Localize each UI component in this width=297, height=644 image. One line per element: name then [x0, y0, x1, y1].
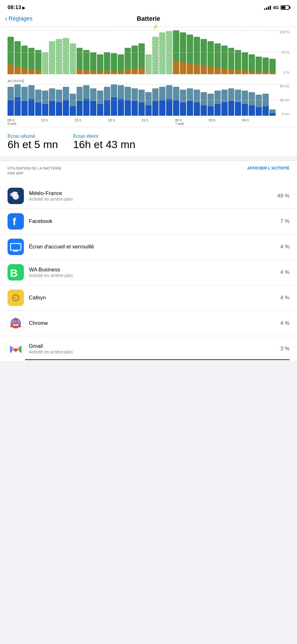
activity-bar-outer [269, 109, 276, 116]
app-list-item[interactable]: Chrome4 % [0, 311, 297, 336]
battery-bar-orange [132, 69, 138, 74]
activity-bar [145, 84, 152, 116]
tick-21h: 21 h [142, 118, 175, 125]
activity-bar-outer [42, 91, 48, 116]
battery-bar [49, 30, 55, 74]
tick-12h: 12 h [41, 118, 75, 125]
activity-bar-outer [180, 90, 186, 116]
activity-bar-outer [77, 87, 83, 116]
signal-bars [264, 5, 271, 10]
activity-bar-inner [49, 101, 55, 116]
battery-bar-green [97, 54, 103, 74]
activity-bar-inner [70, 106, 76, 116]
battery-bar [166, 30, 172, 74]
battery-bar [104, 30, 110, 74]
app-list-item[interactable]: BWA BusinessActivité en arrière-plan4 % [0, 260, 297, 285]
svg-rect-9 [11, 244, 20, 250]
battery-bar [194, 30, 200, 74]
activity-bar-outer [118, 85, 124, 116]
app-info: Cafeyn [29, 295, 280, 301]
activity-bar [214, 84, 221, 116]
battery-bar-green [14, 41, 21, 74]
activity-bar-inner [56, 102, 62, 116]
activity-bar [83, 84, 89, 116]
battery-bar-green [104, 52, 110, 74]
activity-bar [35, 84, 41, 116]
battery-bar-green [221, 46, 228, 74]
app-list-item[interactable]: Météo-FranceActivité en arrière-plan49 % [0, 183, 297, 209]
activity-bar-outer [201, 92, 207, 116]
tick-15h: 15 h [75, 118, 108, 125]
activity-bar [70, 84, 76, 116]
battery-bar [21, 30, 28, 74]
battery-bar [83, 30, 89, 74]
activity-bar-inner [152, 101, 159, 116]
tick-00h: 00 h 7 août [175, 118, 209, 125]
activity-bar-inner [138, 103, 145, 116]
screen-off-value: 16h et 43 mn [73, 139, 135, 150]
battery-bar-orange [221, 69, 228, 74]
app-list-item[interactable]: Écran d'accueil et verrouillé4 % [0, 234, 297, 260]
activity-bar-inner [35, 103, 41, 116]
charging-bolt-icon: ⚡ [152, 24, 159, 30]
activity-bar-outer [104, 87, 110, 116]
app-info: Facebook [29, 218, 280, 225]
back-label: Réglages [8, 15, 32, 22]
usage-header: UTILISATION DE LA BATTERIEPAR APP AFFICH… [8, 166, 289, 176]
battery-bar-orange [14, 67, 21, 74]
activity-bar-outer [83, 85, 89, 116]
battery-bar-orange [111, 71, 117, 74]
battery-bar [214, 30, 221, 74]
app-list-item[interactable]: GmailActivité en arrière-plan3 % [0, 336, 297, 362]
battery-bar-orange [83, 70, 89, 74]
battery-bar-green [90, 52, 96, 74]
app-icon-chrome [8, 315, 24, 331]
battery-bar [56, 30, 62, 74]
activity-bar [77, 84, 83, 116]
app-percentage: 4 % [280, 269, 289, 275]
battery-bar-green [194, 37, 200, 74]
activity-bar-outer [145, 92, 152, 116]
activity-bar-inner [235, 102, 241, 116]
activity-bar-outer [63, 87, 69, 116]
battery-bar-orange [249, 71, 255, 74]
battery-bar-orange [262, 72, 269, 74]
activity-bar-outer [111, 84, 117, 116]
app-list-item[interactable]: fFacebook7 % [0, 209, 297, 234]
battery-bar-green [83, 50, 89, 74]
activity-bar [235, 84, 241, 116]
activity-y-30: 30 mn [277, 98, 289, 102]
activity-bar-outer [159, 87, 165, 116]
battery-bar-green [125, 48, 131, 74]
activity-bar [194, 84, 200, 116]
status-icons: 4G [264, 5, 289, 10]
app-info: GmailActivité en arrière-plan [29, 343, 280, 354]
battery-bar-green [152, 37, 159, 74]
battery-bar-orange [173, 61, 179, 74]
activity-bar-inner [111, 97, 117, 116]
battery-bar-green [242, 52, 248, 74]
app-info: Chrome [29, 320, 280, 326]
svg-point-15 [15, 297, 17, 299]
battery-bar [138, 30, 145, 74]
battery-bar-green [132, 46, 138, 74]
battery-bar [8, 30, 14, 74]
activity-y-60: 60 mn [277, 84, 289, 88]
activity-bar-outer [214, 91, 221, 116]
activity-bar [132, 84, 138, 116]
app-icon-gmail [8, 341, 24, 357]
battery-bar-green [35, 50, 41, 74]
activity-bar-inner [269, 113, 276, 116]
activity-bar-inner [145, 105, 152, 116]
show-activity-button[interactable]: AFFICHER L'ACTIVITÉ [247, 166, 289, 170]
activity-bar-inner [228, 101, 235, 116]
screen-time-row: Écran allumé 6h et 5 mn Écran éteint 16h… [8, 133, 289, 150]
signal-bar-1 [264, 8, 265, 10]
svg-text:f: f [13, 215, 16, 227]
back-button[interactable]: ‹ Réglages [5, 15, 32, 23]
activity-bar [187, 84, 193, 116]
battery-bar-orange [125, 69, 131, 74]
app-list-item[interactable]: Cafeyn4 % [0, 285, 297, 311]
activity-bar-outer [35, 90, 41, 116]
battery-bar [256, 30, 262, 74]
